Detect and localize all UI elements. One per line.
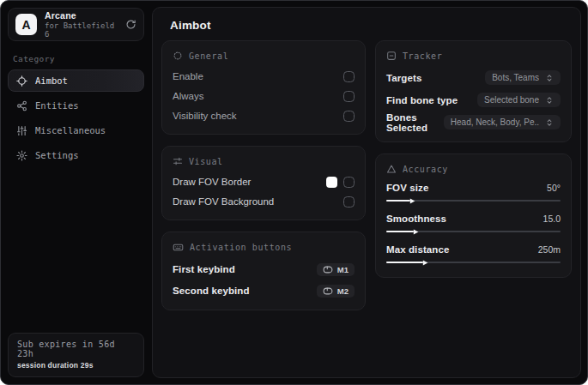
bones-selected-select[interactable]: Head, Neck, Body, Pe..: [444, 115, 561, 129]
content-columns: General Enable Always Visibility check: [153, 40, 580, 322]
smoothness-slider[interactable]: [386, 226, 561, 236]
select-value: Bots, Teams: [492, 73, 539, 82]
sidebar-item-entities[interactable]: Entities: [8, 94, 144, 117]
setting-row-bones-selected: Bones Selected Head, Neck, Body, Pe..: [386, 111, 561, 133]
setting-row-draw-fov-background: Draw FOV Background: [173, 192, 355, 211]
unfold-icon: [545, 118, 554, 127]
tracker-card-header: Tracker: [386, 51, 561, 61]
accuracy-card: Accuracy FOV size 50°: [375, 153, 572, 278]
fov-size-value: 50°: [547, 183, 561, 193]
entities-icon: [16, 100, 27, 111]
second-keybind-button[interactable]: M2: [317, 285, 355, 298]
slider-thumb[interactable]: [409, 197, 416, 205]
accuracy-card-header: Accuracy: [386, 164, 561, 174]
max-distance-slider[interactable]: [386, 257, 561, 267]
max-distance-setting: Max distance 250m: [386, 242, 561, 267]
card-title: Visual: [189, 157, 223, 166]
unfold-icon: [545, 74, 554, 82]
setting-label: Enable: [173, 71, 203, 81]
setting-row-visibility-check: Visibility check: [173, 106, 355, 125]
sliders-vertical-icon: [16, 125, 27, 136]
sidebar-item-aimbot[interactable]: Aimbot: [8, 69, 144, 92]
first-keybind-button[interactable]: M1: [317, 263, 355, 276]
slider-thumb[interactable]: [412, 228, 420, 236]
sidebar-item-label: Miscellaneous: [35, 125, 106, 135]
setting-label: Targets: [386, 73, 421, 83]
category-label: Category: [13, 54, 139, 63]
max-distance-value: 250m: [538, 244, 561, 255]
setting-row-always: Always: [173, 87, 355, 105]
keybind-value: M1: [337, 265, 349, 274]
right-column: Tracker Targets Bots, Teams: [375, 40, 572, 289]
sliders-horizontal-icon: [173, 156, 183, 166]
slider-fill: [386, 231, 414, 232]
smoothness-setting: Smoothness 15.0: [386, 211, 561, 236]
enable-checkbox[interactable]: [343, 71, 355, 82]
sidebar-item-miscellaneous[interactable]: Miscellaneous: [8, 119, 144, 141]
find-bone-type-select[interactable]: Selected bone: [477, 93, 561, 107]
refresh-icon[interactable]: [125, 19, 136, 30]
sidebar: A Arcane for Battlefield 6 Category Aimb…: [1, 1, 151, 384]
page-title: Aimbot: [170, 19, 580, 32]
setting-label: Smoothness: [386, 214, 446, 224]
setting-label: Max distance: [386, 244, 449, 255]
app-logo: A: [15, 14, 37, 35]
unfold-icon: [545, 96, 554, 105]
visual-card: Visual Draw FOV Border Draw FOV Backgrou…: [161, 146, 366, 220]
keybind-value: M2: [337, 286, 349, 296]
setting-label: FOV size: [386, 183, 428, 193]
tracker-card: Tracker Targets Bots, Teams: [375, 40, 572, 142]
setting-controls: [326, 177, 355, 188]
setting-row-find-bone-type: Find bone type Selected bone: [386, 89, 561, 111]
app-subtitle: for Battlefield 6: [45, 21, 118, 39]
slider-header: FOV size 50°: [386, 180, 561, 196]
setting-row-enable: Enable: [173, 67, 355, 86]
setting-label: Draw FOV Border: [173, 177, 251, 187]
fov-size-setting: FOV size 50°: [386, 180, 561, 205]
always-checkbox[interactable]: [343, 91, 355, 102]
app-titles: Arcane for Battlefield 6: [45, 10, 118, 39]
color-swatch[interactable]: [326, 177, 337, 188]
app-name: Arcane: [45, 10, 118, 21]
subscription-info: Sub expires in 56d 23h session duration …: [8, 333, 144, 377]
setting-label: Second keybind: [173, 286, 250, 296]
app-header: A Arcane for Battlefield 6: [8, 8, 144, 41]
smoothness-value: 15.0: [543, 214, 561, 224]
setting-label: Visibility check: [173, 111, 237, 121]
mouse-icon: [323, 287, 333, 295]
mouse-icon: [323, 266, 333, 274]
sidebar-item-label: Aimbot: [35, 75, 68, 86]
session-duration-text: session duration 29s: [17, 361, 135, 370]
keyboard-icon: [173, 242, 184, 253]
slider-fill: [386, 200, 410, 202]
setting-label: Always: [173, 91, 203, 101]
crosshair-icon: [16, 75, 27, 87]
draw-fov-border-checkbox[interactable]: [343, 177, 355, 188]
card-title: General: [189, 51, 228, 61]
gear-icon: [16, 150, 27, 161]
draw-fov-background-checkbox[interactable]: [343, 196, 355, 208]
targets-select[interactable]: Bots, Teams: [485, 70, 561, 85]
triangle-icon: [386, 164, 397, 174]
sub-expiry-text: Sub expires in 56d 23h: [17, 340, 135, 358]
visibility-check-checkbox[interactable]: [343, 111, 355, 122]
main-panel: Aimbot General Enable: [152, 7, 581, 378]
slider-fill: [386, 262, 423, 263]
sidebar-item-label: Entities: [35, 100, 79, 111]
left-column: General Enable Always Visibility check: [161, 40, 366, 322]
scan-minus-icon: [386, 51, 397, 61]
sidebar-item-settings[interactable]: Settings: [8, 144, 144, 166]
slider-header: Smoothness 15.0: [386, 211, 561, 226]
setting-row-first-keybind: First keybind M1: [173, 259, 355, 280]
slider-thumb[interactable]: [421, 259, 429, 267]
visual-card-header: Visual: [173, 156, 355, 166]
select-value: Head, Neck, Body, Pe..: [451, 117, 539, 127]
activation-card-header: Activation buttons: [173, 242, 355, 253]
setting-row-targets: Targets Bots, Teams: [386, 67, 561, 88]
fov-size-slider[interactable]: [386, 196, 561, 205]
setting-label: First keybind: [173, 264, 235, 274]
activation-card: Activation buttons First keybind M1: [161, 232, 366, 310]
setting-row-draw-fov-border: Draw FOV Border: [173, 172, 355, 191]
setting-label: Find bone type: [386, 95, 458, 105]
sidebar-item-label: Settings: [35, 150, 79, 160]
